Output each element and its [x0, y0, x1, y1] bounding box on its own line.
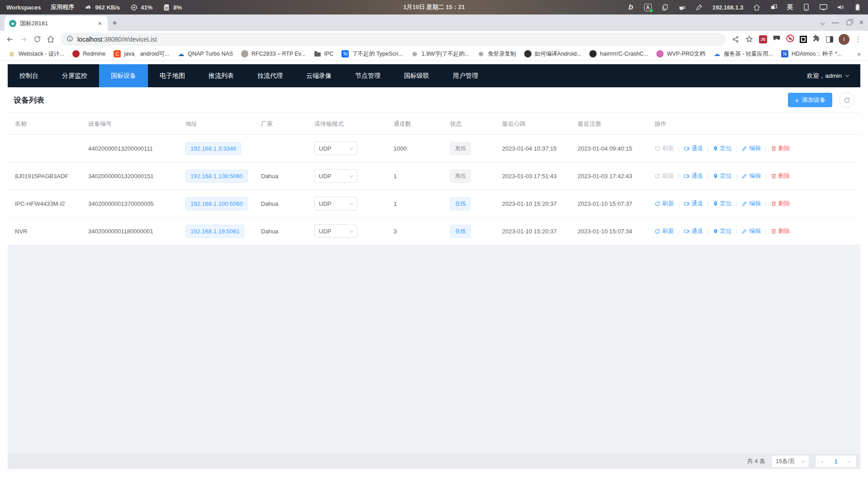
bing-tray-icon[interactable]: b [627, 3, 635, 11]
bookmark-item[interactable]: IPC [310, 49, 337, 59]
action-edit[interactable]: 编辑 [741, 199, 761, 208]
page-size-select[interactable]: 15条/页 [771, 455, 809, 468]
translator-tray-icon[interactable]: A [644, 4, 652, 11]
browser-tab[interactable]: ◆ 国标28181 × [5, 16, 108, 31]
home-button[interactable] [44, 33, 57, 46]
prev-page-button[interactable]: ‹ [816, 458, 829, 465]
tab-search-chevron-icon[interactable] [820, 20, 825, 25]
coffee-tray-icon[interactable] [678, 3, 686, 11]
stream-mode-select[interactable]: UDP [314, 169, 357, 183]
action-channels[interactable]: 通道 [683, 227, 703, 235]
back-button[interactable] [4, 33, 16, 46]
current-page-button[interactable]: 1 [829, 458, 843, 465]
user-menu[interactable]: 欢迎，admin [807, 72, 860, 80]
nav-item-控制台[interactable]: 控制台 [8, 64, 50, 87]
profile-avatar[interactable]: I [839, 34, 849, 45]
nav-item-电子地图[interactable]: 电子地图 [148, 64, 197, 87]
action-edit[interactable]: 编辑 [741, 144, 761, 152]
blocker-extension-icon[interactable] [786, 34, 794, 44]
bookmark-item[interactable]: ☁ 服务器 - 轻量应用... [710, 49, 777, 59]
bookmark-label: QNAP Turbo NAS [188, 51, 233, 57]
action-locate[interactable]: 定位 [713, 172, 732, 180]
browser-menu-icon[interactable]: ⋮ [855, 35, 862, 43]
new-tab-button[interactable]: + [112, 18, 117, 28]
plus-icon: + [795, 96, 799, 104]
window-restore-button[interactable] [847, 20, 852, 25]
tab-close-icon[interactable]: × [96, 19, 103, 27]
screenshot-extension-icon[interactable] [800, 36, 807, 43]
action-delete[interactable]: 删除 [771, 199, 790, 208]
bookmark-item[interactable]: 知 了不起的 TypeScri... [338, 49, 407, 59]
battery-tray-icon[interactable] [854, 3, 862, 11]
nav-item-拉流代理[interactable]: 拉流代理 [246, 64, 294, 87]
nav-item-节点管理[interactable]: 节点管理 [343, 64, 392, 87]
mask-extension-icon[interactable] [773, 35, 781, 43]
add-device-button[interactable]: + 添加设备 [788, 93, 832, 107]
window-close-button[interactable]: × [859, 19, 863, 27]
bookmark-star-icon[interactable] [743, 33, 755, 46]
action-delete[interactable]: 删除 [771, 227, 790, 235]
applications-button[interactable]: 应用程序 [51, 3, 74, 11]
clipboard-tray-icon[interactable] [661, 3, 669, 11]
bookmark-item[interactable]: ☁ QNAP Turbo NAS [174, 49, 237, 59]
action-channels[interactable]: 通道 [683, 144, 703, 152]
bookmark-item[interactable]: C java、android可... [110, 49, 173, 59]
ip-address-indicator[interactable]: 192.168.1.3 [712, 4, 744, 11]
action-channels[interactable]: 通道 [683, 199, 703, 208]
action-edit[interactable]: 编辑 [741, 172, 761, 180]
display-tray-icon[interactable] [819, 3, 827, 11]
nav-item-云端录像[interactable]: 云端录像 [294, 64, 343, 87]
select-value: UDP [319, 173, 331, 180]
nav-item-推流列表[interactable]: 推流列表 [197, 64, 246, 87]
extensions-puzzle-icon[interactable] [812, 34, 821, 44]
action-refresh[interactable]: 刷新 [655, 227, 674, 235]
action-edit[interactable]: 编辑 [741, 227, 761, 235]
action-refresh[interactable]: 刷新 [655, 172, 674, 180]
action-channels[interactable]: 通道 [683, 172, 703, 180]
home-tray-icon[interactable] [753, 3, 761, 11]
nav-item-国标级联[interactable]: 国标级联 [392, 64, 441, 87]
share-icon[interactable] [729, 33, 742, 46]
action-locate[interactable]: 定位 [713, 144, 732, 152]
nav-item-国标设备[interactable]: 国标设备 [99, 64, 148, 87]
reload-button[interactable] [31, 33, 43, 46]
stream-mode-select[interactable]: UDP [314, 142, 357, 155]
bottom-band [8, 469, 860, 488]
action-locate[interactable]: 定位 [713, 227, 732, 235]
action-refresh[interactable]: 刷新 [655, 144, 674, 152]
window-minimize-button[interactable]: — [832, 19, 839, 27]
bookmark-item[interactable]: ≣ Webstack - 设计... [5, 49, 68, 59]
workspaces-button[interactable]: Workspaces [6, 4, 41, 11]
bookmark-item[interactable]: N HDAtmos :: 种子 *... [778, 49, 845, 59]
bookmark-item[interactable]: RFC2833 – RTP Ev... [237, 49, 309, 59]
bookmark-item[interactable]: WVP-PRO文档 [653, 49, 709, 59]
bookmark-item[interactable]: Redmine [69, 49, 109, 59]
sidebar-toggle-icon[interactable] [826, 36, 833, 43]
clock[interactable]: 1月10日 星期二 15：21 [403, 3, 465, 11]
bookmark-item[interactable]: hairrrrr/C-CrashC... [586, 49, 652, 59]
nav-item-分屏监控[interactable]: 分屏监控 [50, 64, 99, 87]
volume-tray-icon[interactable] [836, 3, 844, 11]
next-page-button[interactable]: › [843, 458, 856, 465]
nav-item-用户管理[interactable]: 用户管理 [441, 64, 490, 87]
site-info-icon[interactable] [66, 35, 73, 43]
action-refresh[interactable]: 刷新 [655, 199, 674, 208]
action-delete[interactable]: 删除 [771, 144, 790, 152]
bookmark-item[interactable]: ⊕ 1.8W字|了不起的... [408, 49, 473, 59]
workspace-switcher-icon[interactable] [770, 3, 778, 11]
stream-mode-select[interactable]: UDP [314, 224, 357, 238]
stream-mode-select[interactable]: UDP [314, 197, 357, 210]
bookmarks-overflow-icon[interactable]: » [854, 50, 863, 57]
nav-item-label: 电子地图 [160, 72, 185, 80]
bookmark-item[interactable]: 如何编译Android... [521, 49, 585, 59]
input-method-indicator[interactable]: 英 [787, 3, 793, 11]
bookmark-item[interactable]: ⊕ 免登录复制 [474, 49, 520, 59]
js-extension-icon[interactable]: JS [759, 35, 767, 43]
forward-button[interactable] [17, 33, 30, 46]
url-bar[interactable]: localhost:38080/#/deviceList [61, 33, 726, 46]
color-picker-tray-icon[interactable] [695, 3, 703, 11]
phone-link-icon[interactable] [802, 3, 810, 11]
refresh-list-button[interactable] [839, 92, 854, 108]
action-locate[interactable]: 定位 [713, 199, 732, 208]
action-delete[interactable]: 删除 [771, 172, 790, 180]
